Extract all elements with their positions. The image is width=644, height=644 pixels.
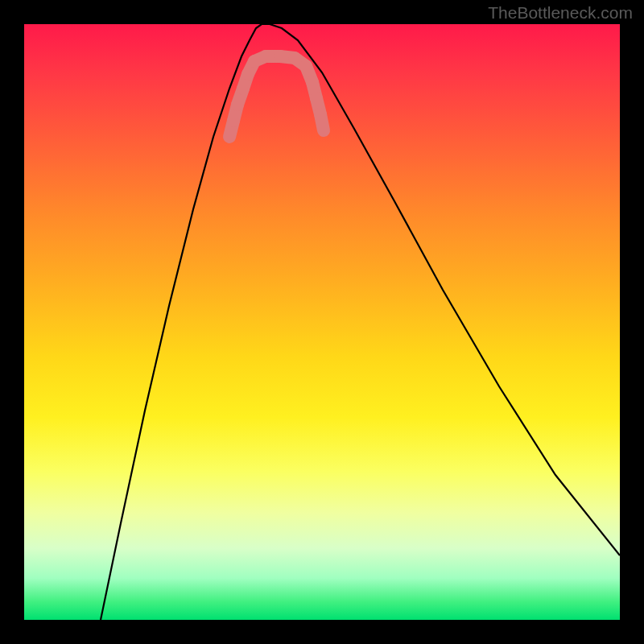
marker-segment [312,82,316,98]
marker-segment [295,58,306,66]
marker-segment [243,74,248,89]
watermark-text: TheBottleneck.com [488,3,633,23]
marker-segment [316,98,320,114]
bottleneck-curve [101,24,620,620]
marker-segment [254,56,266,61]
marker-band [229,56,324,137]
marker-segment [237,89,243,105]
chart-svg [24,24,620,620]
marker-segment [229,121,233,137]
marker-segment [248,61,254,74]
marker-segment [233,105,237,121]
marker-segment [306,66,312,82]
plot-area [24,24,620,620]
marker-segment [280,56,295,58]
marker-segment [320,114,324,130]
